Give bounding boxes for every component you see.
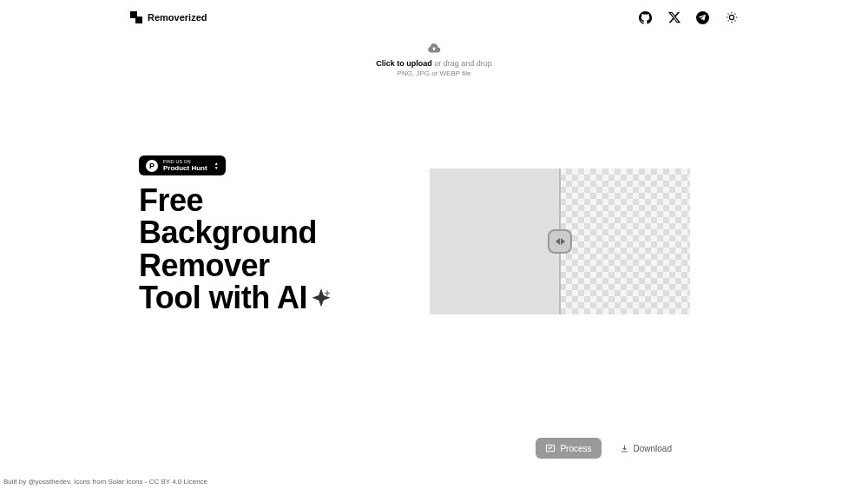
sparkle-icon	[309, 284, 333, 316]
download-button[interactable]: Download	[610, 438, 681, 459]
main-content: P FIND US ON Product Hunt ▲▼ Free Backgr…	[0, 155, 868, 317]
preview-removed-bg	[560, 169, 690, 314]
header: Removerized	[0, 0, 868, 35]
github-icon[interactable]	[639, 11, 652, 24]
download-icon	[620, 444, 629, 453]
svg-line-6	[727, 14, 728, 15]
logo[interactable]: Removerized	[130, 11, 207, 23]
telegram-icon[interactable]	[696, 11, 709, 24]
page-title: Free Background Remover Tool with AI	[139, 184, 339, 317]
preview-original	[430, 169, 560, 314]
ph-name: Product Hunt	[163, 164, 207, 172]
footer-icons-link[interactable]: Solar Icons	[108, 478, 142, 486]
product-hunt-icon: P	[146, 160, 158, 172]
hero-left: P FIND US ON Product Hunt ▲▼ Free Backgr…	[130, 155, 339, 317]
header-icons	[639, 11, 738, 24]
footer: Built by @yossthedev. Icons from Solar I…	[3, 478, 207, 486]
process-button[interactable]: Process	[536, 438, 601, 459]
svg-line-8	[727, 21, 728, 22]
upload-cloud-icon	[427, 42, 441, 56]
svg-point-1	[729, 15, 733, 19]
comparison-slider-handle[interactable]	[548, 229, 572, 254]
upload-drag-label: or drag and drop	[432, 59, 492, 68]
upload-area[interactable]: Click to upload or drag and drop PNG, JP…	[0, 42, 868, 77]
upload-formats: PNG, JPG or WEBP file	[0, 69, 868, 77]
logo-icon	[130, 11, 142, 23]
x-twitter-icon[interactable]	[667, 11, 681, 24]
upload-click-label: Click to upload	[376, 59, 432, 68]
brand-name: Removerized	[148, 12, 207, 23]
hero-right	[382, 155, 738, 317]
process-icon	[545, 443, 556, 453]
slider-arrows-icon	[556, 238, 565, 245]
theme-toggle-icon[interactable]	[725, 11, 738, 24]
product-hunt-badge[interactable]: P FIND US ON Product Hunt ▲▼	[139, 155, 226, 175]
action-buttons: Process Download	[536, 438, 681, 459]
footer-licence-link[interactable]: CC BY 4.0 Licence	[149, 478, 207, 486]
ph-vote-arrows: ▲▼	[214, 162, 219, 170]
upload-instruction: Click to upload or drag and drop	[0, 59, 868, 68]
comparison-preview	[430, 169, 690, 314]
svg-line-7	[734, 21, 735, 22]
footer-author-link[interactable]: @yossthedev	[28, 478, 69, 486]
svg-line-9	[734, 14, 735, 15]
